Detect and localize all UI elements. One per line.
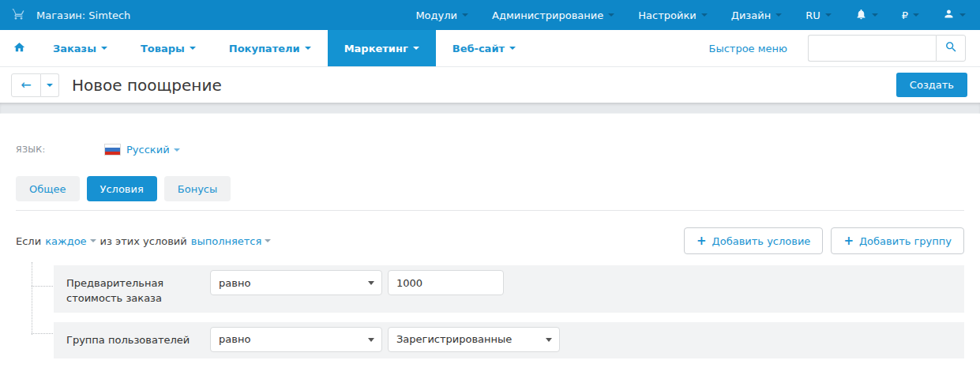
nav-item-orders[interactable]: Заказы [36,30,124,66]
condition-row: Предварительная стоимость заказа равно [54,265,964,313]
chevron-down-icon [825,13,832,17]
chevron-down-icon [701,13,708,17]
condition-row: Группа пользователей равно Зарегистриров… [54,322,964,358]
page-title: Новое поощрение [72,76,222,95]
currency-menu[interactable]: ₽ [902,9,919,21]
chevron-down-icon [913,13,919,17]
add-condition-button[interactable]: + Добавить условие [684,227,823,254]
language-row: ЯЗЫК: Русский [16,144,964,156]
store-label: Магазин: Simtech [36,9,130,21]
notifications-menu[interactable] [855,8,878,23]
back-arrow-icon: ← [21,77,31,92]
shopping-cart-icon [11,7,26,23]
search-group [808,35,966,62]
condition-value-input[interactable] [388,270,504,295]
tree-connector-stub [32,333,53,334]
add-group-button[interactable]: + Добавить группу [831,227,964,254]
tab-bar: Общее Условия Бонусы [16,176,964,201]
section-divider [16,210,964,211]
topbar-item-language[interactable]: RU [805,9,832,21]
chevron-down-icon [90,239,96,242]
chevron-down-icon [608,13,614,17]
language-label: ЯЗЫК: [16,144,105,155]
ruble-symbol: ₽ [902,9,908,21]
chevron-down-icon [872,13,878,17]
chevron-down-icon [959,13,966,17]
nav-item-products[interactable]: Товары [124,30,212,66]
nav-item-marketing[interactable]: Маркетинг [328,30,436,66]
conditions-sentence: Если каждое из этих условий выполняется [16,235,271,247]
language-selector[interactable]: Русский [126,144,180,156]
chevron-down-icon [509,47,516,50]
quantifier-dropdown[interactable]: каждое [45,235,96,247]
dropdown-arrow-icon [546,338,552,342]
plus-icon: + [697,234,707,248]
user-icon [943,8,955,22]
admin-top-bar: Магазин: Simtech Модули Администрировани… [0,0,980,30]
search-button[interactable] [936,35,966,62]
main-content: ЯЗЫК: Русский Общее Условия Бонусы Если … [0,144,980,358]
tree-connector-stub [32,286,53,287]
chevron-down-icon [265,239,271,242]
condition-label: Предварительная стоимость заказа [66,270,210,306]
dropdown-arrow-icon [368,338,374,342]
tab-bonuses[interactable]: Бонусы [164,176,231,201]
main-nav-bar: Заказы Товары Покупатели Маркетинг Веб-с… [0,30,980,67]
condition-label: Группа пользователей [66,327,210,348]
conditions-list: Предварительная стоимость заказа равно Г… [54,265,964,358]
predicate-dropdown[interactable]: выполняется [191,235,272,247]
chevron-down-icon [413,47,419,50]
topbar-item-administration[interactable]: Администрирование [492,9,614,21]
chevron-down-icon [775,13,782,17]
conditions-header: Если каждое из этих условий выполняется … [16,227,964,254]
back-history-dropdown[interactable] [41,73,59,97]
plus-icon: + [843,234,854,248]
page-header: ← Новое поощрение Создать [0,67,980,103]
topbar-item-modules[interactable]: Модули [415,9,468,21]
home-button[interactable] [0,30,36,66]
create-button[interactable]: Создать [896,73,967,97]
topbar-item-design[interactable]: Дизайн [731,9,782,21]
header-separator [0,103,980,114]
tree-connector-vertical [32,262,32,335]
sentence-prefix: Если [16,235,41,247]
quick-menu-link[interactable]: Быстрое меню [709,43,788,54]
dropdown-arrow-icon [368,281,374,285]
operator-select[interactable]: равно [210,270,382,295]
search-icon [944,40,958,56]
russian-flag-icon [105,144,120,155]
conditions-actions: + Добавить условие + Добавить группу [684,227,964,254]
chevron-down-icon [47,84,53,87]
chevron-down-icon [190,47,196,50]
nav-item-website[interactable]: Веб-сайт [436,30,532,66]
topbar-item-settings[interactable]: Настройки [638,9,707,21]
back-button-group: ← [11,73,59,97]
bell-icon [855,8,867,23]
nav-item-customers[interactable]: Покупатели [212,30,328,66]
home-icon [13,41,26,56]
back-button[interactable]: ← [11,73,41,97]
chevron-down-icon [462,13,468,17]
chevron-down-icon [174,148,180,152]
store-selector[interactable]: Магазин: Simtech [11,7,130,23]
tab-conditions[interactable]: Условия [87,176,157,201]
chevron-down-icon [101,47,107,50]
operator-select[interactable]: равно [210,327,382,352]
tab-general[interactable]: Общее [16,176,80,201]
sentence-middle: из этих условий [100,235,187,247]
search-input[interactable] [808,35,936,62]
condition-value-select[interactable]: Зарегистрированные [388,327,560,352]
chevron-down-icon [305,47,311,50]
user-account-menu[interactable] [943,8,966,22]
